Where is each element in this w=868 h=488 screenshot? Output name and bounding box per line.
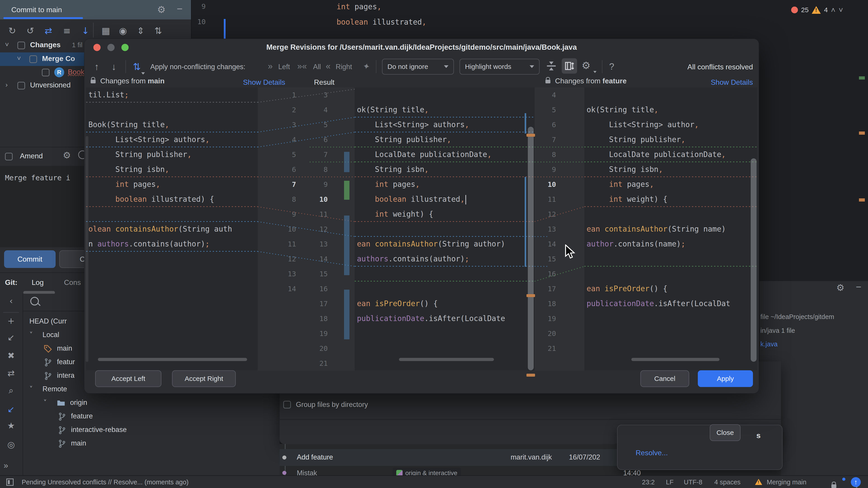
more-chevrons-icon[interactable]: » xyxy=(4,461,8,470)
amend-checkbox[interactable] xyxy=(5,153,13,160)
code-line[interactable]: String publisher, xyxy=(355,132,535,147)
caret-position-widget[interactable]: 23:2 xyxy=(642,479,655,486)
delete-icon[interactable]: ✖ xyxy=(4,351,18,363)
resolve-link[interactable]: Resolve... xyxy=(636,449,668,457)
merge-icon[interactable]: ⇄ xyxy=(41,24,55,38)
gear-icon[interactable]: ⚙ xyxy=(582,60,590,71)
branch-tree-item[interactable]: main xyxy=(23,437,279,451)
code-line[interactable]: publicationDate.isAfter(LocalDate xyxy=(355,311,535,326)
line-ending-widget[interactable]: LF xyxy=(666,479,674,486)
collapse-all-icon[interactable]: ⇅ xyxy=(151,24,165,38)
code-line[interactable]: author.contains(name); xyxy=(584,236,757,252)
code-line[interactable]: List<String> authors, xyxy=(355,117,535,132)
gear-icon[interactable]: ⚙ xyxy=(157,4,166,15)
code-line[interactable]: List<String> authors, xyxy=(86,132,258,147)
code-line[interactable]: LocalDate publicationDate, xyxy=(355,147,535,162)
code-line[interactable]: int weight) { xyxy=(355,207,535,222)
hscrollbar-right-pane[interactable] xyxy=(631,358,719,361)
search-icon[interactable]: ⌕ xyxy=(4,385,18,398)
code-line[interactable]: publicationDate.isAfter(LocalDat xyxy=(584,296,757,311)
problems-widget[interactable]: 25 4 ˄ ˅ xyxy=(791,4,866,16)
navigate-icon[interactable]: ◎ xyxy=(4,440,18,452)
cancel-button[interactable]: Cancel xyxy=(640,370,689,387)
code-line[interactable]: int pages, xyxy=(355,177,535,192)
apply-button[interactable]: Apply xyxy=(698,370,753,387)
minimize-icon[interactable]: − xyxy=(177,3,183,14)
code-line[interactable]: ean containsAuthor(String name) xyxy=(584,222,757,236)
branch-tree-item[interactable]: ˅Remote xyxy=(23,383,279,396)
code-line[interactable]: Book(String title, xyxy=(86,117,258,132)
scrollbar-right-pane[interactable] xyxy=(751,158,756,362)
branch-tree-item[interactable]: intera xyxy=(23,369,279,383)
code-line[interactable]: int pages, xyxy=(337,2,381,11)
code-line[interactable]: int pages, xyxy=(584,177,757,192)
code-line[interactable]: int weight) { xyxy=(584,192,757,207)
chevron-up-icon[interactable]: ˄ xyxy=(831,6,835,14)
code-line[interactable]: boolean illustrated, xyxy=(355,192,535,207)
search-icon[interactable] xyxy=(30,297,39,305)
chevron-left-icon[interactable]: ‹ xyxy=(4,296,18,308)
target-icon[interactable]: ◉ xyxy=(116,24,130,38)
gear-icon[interactable]: ⚙ xyxy=(63,150,71,160)
code-line[interactable]: ean isPreOrder() { xyxy=(584,281,757,296)
checkout-arrow-icon[interactable]: ↙ xyxy=(4,332,18,345)
checkout-blue-icon[interactable]: ↙ xyxy=(4,404,18,417)
fetch-arrows-icon[interactable]: ⇄ xyxy=(4,368,18,381)
diff-file-icon[interactable]: ≡ xyxy=(60,24,74,38)
branch-tree-item[interactable]: interactive-rebase xyxy=(23,424,279,437)
help-icon[interactable]: ? xyxy=(609,61,614,72)
status-message[interactable]: Pending Unresolved conflicts // Resolve.… xyxy=(22,479,188,486)
apply-left-action[interactable]: Left xyxy=(278,63,290,71)
show-details-left-link[interactable]: Show Details xyxy=(243,78,285,87)
checkbox[interactable] xyxy=(18,41,25,49)
code-line[interactable]: String publisher, xyxy=(584,132,757,147)
branch-widget[interactable]: Merging main xyxy=(767,479,807,486)
checkbox[interactable] xyxy=(42,69,50,76)
apply-right-action[interactable]: Right xyxy=(336,63,352,71)
group-files-checkbox-row[interactable]: Group files by directory xyxy=(283,399,368,410)
ignore-whitespace-combo[interactable]: Do not ignore xyxy=(382,59,454,74)
branch-tree-item[interactable]: ˅Local xyxy=(23,329,279,342)
window-icon[interactable] xyxy=(6,479,13,486)
download-icon[interactable]: ↓ xyxy=(79,24,92,38)
apply-all-action[interactable]: All xyxy=(313,63,321,71)
next-change-icon[interactable]: ↓ xyxy=(112,61,116,72)
checkbox[interactable] xyxy=(283,401,291,409)
sync-scroll-icon[interactable] xyxy=(562,58,577,74)
unlock-icon[interactable] xyxy=(831,484,836,488)
branch-tree-item[interactable]: HEAD (Curr xyxy=(23,315,279,328)
tab-commit-to-main[interactable]: Commit to main xyxy=(11,0,62,20)
code-line[interactable]: int pages, xyxy=(86,177,258,192)
hscrollbar-result-pane[interactable] xyxy=(399,358,494,361)
gear-icon[interactable]: ⚙ xyxy=(836,283,844,293)
code-line[interactable]: String isbn, xyxy=(355,162,535,177)
commit-button[interactable]: Commit xyxy=(4,250,56,268)
grid-icon[interactable]: ▦ xyxy=(99,24,113,38)
code-line[interactable]: boolean illustrated) { xyxy=(86,192,258,207)
update-icon[interactable]: ↑ xyxy=(851,477,861,487)
refresh-icon[interactable]: ↻ xyxy=(5,24,19,38)
magic-wand-icon[interactable]: ✦ xyxy=(362,61,371,72)
code-line[interactable]: boolean illustrated, xyxy=(337,18,426,26)
auto-merge-icon[interactable]: ⇄ xyxy=(131,63,143,70)
checkbox[interactable] xyxy=(29,55,37,63)
code-line[interactable]: ean isPreOrder() { xyxy=(355,296,535,311)
undo-icon[interactable]: ↺ xyxy=(24,24,37,38)
code-line[interactable]: n authors.contains(author); xyxy=(86,236,258,252)
pane-result[interactable]: ok(String title, List<String> authors, S… xyxy=(355,88,535,370)
pane-changes-from-feature[interactable]: ok(String title, List<String> author, St… xyxy=(584,88,757,370)
code-line[interactable]: til.List; xyxy=(86,88,258,102)
code-line[interactable]: olean containsAuthor(String auth xyxy=(86,222,258,236)
code-line[interactable]: String publisher, xyxy=(86,147,258,162)
code-line[interactable]: String isbn, xyxy=(86,162,258,177)
code-line[interactable]: List<String> author, xyxy=(584,117,757,132)
prev-change-icon[interactable]: ↑ xyxy=(94,61,99,72)
indent-widget[interactable]: 4 spaces xyxy=(714,479,741,486)
branch-tree-item[interactable]: ˅origin xyxy=(23,397,279,410)
code-line[interactable]: String isbn, xyxy=(584,162,757,177)
scrollbar-result-pane[interactable] xyxy=(528,127,534,370)
code-line[interactable]: ok(String title, xyxy=(355,102,535,117)
close-button[interactable]: Close xyxy=(710,424,741,441)
tab-log[interactable]: Log xyxy=(32,278,43,287)
encoding-widget[interactable]: UTF-8 xyxy=(684,479,702,486)
